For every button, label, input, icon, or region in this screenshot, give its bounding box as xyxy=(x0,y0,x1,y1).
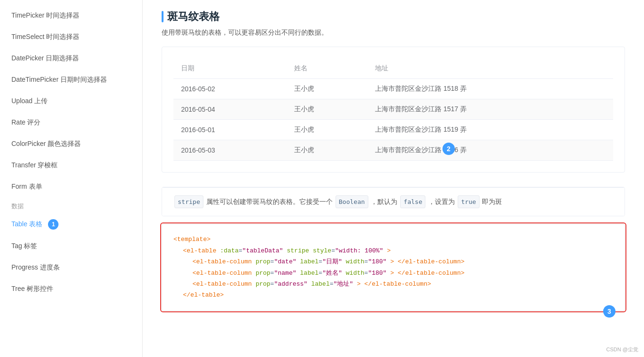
code-col-date-open: <el-table-column xyxy=(192,258,252,265)
sidebar-item-rate[interactable]: Rate 评分 xyxy=(0,112,142,133)
table-header-row: 日期 姓名 地址 xyxy=(173,58,613,79)
code-tag-el-table-close: > xyxy=(387,247,391,254)
table-row: 2016-05-01王小虎上海市普陀区金沙江路 1519 弄 xyxy=(173,120,613,140)
sidebar-item-tag[interactable]: Tag 标签 xyxy=(0,235,142,257)
sidebar-item-tree[interactable]: Tree 树形控件 xyxy=(0,278,142,299)
sidebar-section-data: 数据 xyxy=(0,197,142,213)
table-row: 2016-05-03王小虎上海市普陀区金沙江路 1516 弄 xyxy=(173,140,613,161)
demo-table-box: 日期 姓名 地址 2016-05-02王小虎上海市普陀区金沙江路 1518 弄2… xyxy=(162,47,625,173)
true-badge: true xyxy=(458,195,479,208)
table-cell-date: 2016-05-04 xyxy=(173,99,287,120)
table-cell-name: 王小虎 xyxy=(287,140,367,161)
desc-suffix: 即为斑 xyxy=(482,198,502,205)
desc-mid2: ，默认为 xyxy=(371,198,399,205)
striped-table: 日期 姓名 地址 2016-05-02王小虎上海市普陀区金沙江路 1518 弄2… xyxy=(173,58,613,161)
code-line-1: <template> xyxy=(173,234,613,245)
boolean-badge: Boolean xyxy=(336,195,368,208)
code-col-address-close: > </el-table-column> xyxy=(357,280,431,288)
demo-table-area: 日期 姓名 地址 2016-05-02王小虎上海市普陀区金沙江路 1518 弄2… xyxy=(162,47,625,172)
sidebar-item-timeselect[interactable]: TimeSelect 时间选择器 xyxy=(0,26,142,48)
table-cell-name: 王小虎 xyxy=(287,120,367,140)
section-title: 斑马纹表格 xyxy=(162,0,625,29)
code-block-wrapper: <template> <el-table :data="tableData" s… xyxy=(162,224,625,310)
sidebar-item-table-label: Table 表格 xyxy=(11,220,42,228)
annotation-circle-3: 3 xyxy=(603,305,615,318)
code-line-6: </el-table> xyxy=(173,289,613,300)
code-col-address-open: <el-table-column xyxy=(192,280,252,288)
code-attr-address: prop="address" label="地址" xyxy=(256,280,354,288)
table-cell-address: 上海市普陀区金沙江路 1517 弄 xyxy=(367,99,613,120)
sidebar-item-form[interactable]: Form 表单 xyxy=(0,176,142,197)
section-description: 使用带斑马纹的表格，可以更容易区分出不同行的数据。 xyxy=(162,29,625,37)
watermark: CSDN @尘觉 xyxy=(606,346,638,353)
false-badge: false xyxy=(400,195,425,208)
table-row: 2016-05-02王小虎上海市普陀区金沙江路 1518 弄 xyxy=(173,79,613,99)
table-cell-name: 王小虎 xyxy=(287,99,367,120)
table-row: 2016-05-04王小虎上海市普陀区金沙江路 1517 弄 xyxy=(173,99,613,120)
sidebar-item-progress[interactable]: Progress 进度条 xyxy=(0,257,142,278)
table-cell-date: 2016-05-01 xyxy=(173,120,287,140)
col-header-name: 姓名 xyxy=(287,58,367,79)
code-table-close: </el-table> xyxy=(183,291,224,299)
code-col-name-open: <el-table-column xyxy=(192,270,252,277)
sidebar-item-datetimepicker[interactable]: DateTimePicker 日期时间选择器 xyxy=(0,69,142,90)
desc-mid3: ，设置为 xyxy=(428,198,457,205)
annotation-circle-3-wrapper: 3 xyxy=(603,305,615,318)
code-block: <template> <el-table :data="tableData" s… xyxy=(162,224,625,310)
code-line-3: <el-table-column prop="date" label="日期" … xyxy=(173,256,613,267)
sidebar-item-table[interactable]: Table 表格 1 xyxy=(0,213,142,235)
sidebar-item-datepicker[interactable]: DatePicker 日期选择器 xyxy=(0,48,142,69)
code-attr-data: :data="tableData" stripe style="width: 1… xyxy=(220,247,383,254)
section-title-text: 斑马纹表格 xyxy=(167,10,220,24)
table-cell-address: 上海市普陀区金沙江路 1519 弄 xyxy=(367,120,613,140)
table-cell-date: 2016-05-02 xyxy=(173,79,287,99)
stripe-badge: stripe xyxy=(174,195,203,208)
annotation-circle-1: 1 xyxy=(48,219,58,230)
annotation-circle-2: 2 xyxy=(442,143,455,155)
sidebar-item-timepicker[interactable]: TimePicker 时间选择器 xyxy=(0,5,142,26)
code-line-4: <el-table-column prop="name" label="姓名" … xyxy=(173,268,613,279)
code-attr-name: prop="name" label="姓名" width="180" xyxy=(256,270,387,277)
sidebar: TimePicker 时间选择器 TimeSelect 时间选择器 DatePi… xyxy=(0,0,143,357)
table-cell-address: 上海市普陀区金沙江路 1518 弄 xyxy=(367,79,613,99)
code-col-name-close: > </el-table-column> xyxy=(390,270,464,277)
table-cell-address: 上海市普陀区金沙江路 1516 弄 xyxy=(367,140,613,161)
desc-text-box: stripe 属性可以创建带斑马纹的表格。它接受一个 Boolean ，默认为 … xyxy=(162,187,625,216)
main-content: 斑马纹表格 使用带斑马纹的表格，可以更容易区分出不同行的数据。 日期 姓名 地址… xyxy=(143,0,644,357)
code-col-date-close: > </el-table-column> xyxy=(390,258,464,265)
code-line-5: <el-table-column prop="address" label="地… xyxy=(173,279,613,289)
code-attr-date: prop="date" label="日期" width="180" xyxy=(256,258,387,265)
desc-text-area: stripe 属性可以创建带斑马纹的表格。它接受一个 Boolean ，默认为 … xyxy=(162,187,625,216)
sidebar-item-colorpicker[interactable]: ColorPicker 颜色选择器 xyxy=(0,133,142,154)
table-cell-date: 2016-05-03 xyxy=(173,140,287,161)
annotation-circle-2-wrapper: 2 xyxy=(442,143,455,155)
code-tag-el-table-open: <el-table xyxy=(183,247,216,254)
code-line-2: <el-table :data="tableData" stripe style… xyxy=(173,245,613,256)
table-cell-name: 王小虎 xyxy=(287,79,367,99)
col-header-date: 日期 xyxy=(173,58,287,79)
code-tag-template: <template> xyxy=(173,236,211,243)
sidebar-item-upload[interactable]: Upload 上传 xyxy=(0,90,142,112)
desc-mid1: 属性可以创建带斑马纹的表格。它接受一个 xyxy=(206,198,335,205)
sidebar-item-transfer[interactable]: Transfer 穿梭框 xyxy=(0,154,142,176)
col-header-address: 地址 xyxy=(367,58,613,79)
